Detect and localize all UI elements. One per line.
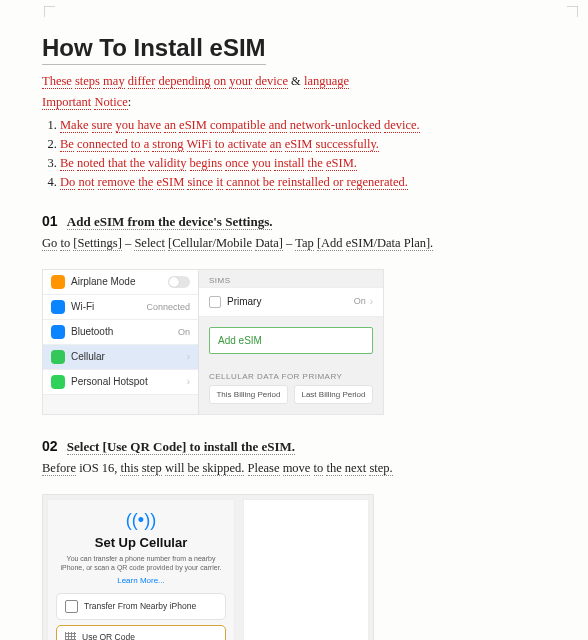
airplane-icon [51, 275, 65, 289]
sims-section-label: SIMs [199, 270, 383, 287]
intro-line: These steps may differ depending on your… [42, 71, 546, 92]
bluetooth-icon [51, 325, 65, 339]
chevron-right-icon: › [370, 296, 373, 308]
notice-item: Be connected to a strong WiFi to activat… [60, 137, 546, 152]
cellular-icon [51, 350, 65, 364]
screenshot-setup-cellular: ((•)) Set Up Cellular You can transfer a… [42, 494, 374, 640]
settings-row-bluetooth[interactable]: Bluetooth On [43, 320, 198, 345]
wifi-icon [51, 300, 65, 314]
hotspot-icon [51, 375, 65, 389]
screenshot-settings: Airplane Mode Wi-Fi Connected Bluetooth … [42, 269, 384, 415]
step2-heading: 02 Select [Use QR Code] to install the e… [42, 435, 546, 459]
step2-instruction: Before iOS 16, this step will be skipped… [42, 458, 546, 479]
chevron-right-icon: › [187, 376, 190, 387]
chevron-right-icon: › [187, 351, 190, 362]
setup-title: Set Up Cellular [56, 535, 226, 550]
settings-row-hotspot[interactable]: Personal Hotspot › [43, 370, 198, 395]
airplane-toggle[interactable] [168, 276, 190, 288]
notice-list: Make sure you have an eSIM compatible an… [42, 118, 546, 190]
use-qr-code-button[interactable]: Use QR Code [56, 625, 226, 640]
notice-item: Make sure you have an eSIM compatible an… [60, 118, 546, 133]
add-esim-button[interactable]: Add eSIM [209, 327, 373, 354]
important-notice-label: Important Notice: [42, 92, 546, 113]
step1-heading: 01 Add eSIM from the device's Settings. [42, 210, 546, 234]
tab-last-period[interactable]: Last Billing Period [294, 385, 373, 404]
learn-more-link[interactable]: Learn More... [56, 576, 226, 585]
notice-item: Be noted that the validity begins once y… [60, 156, 546, 171]
cellular-data-label: CELLULAR DATA FOR PRIMARY [199, 364, 383, 385]
phone-icon [65, 600, 78, 613]
notice-item: Do not remove the eSIM since it cannot b… [60, 175, 546, 190]
qr-code-icon [65, 632, 76, 640]
settings-row-wifi[interactable]: Wi-Fi Connected [43, 295, 198, 320]
sim-badge-icon [209, 296, 221, 308]
tab-this-period[interactable]: This Billing Period [209, 385, 288, 404]
settings-row-cellular[interactable]: Cellular › [43, 345, 198, 370]
transfer-button[interactable]: Transfer From Nearby iPhone [56, 593, 226, 620]
setup-description: You can transfer a phone number from a n… [56, 554, 226, 572]
sim-primary-row[interactable]: Primary On › [199, 287, 383, 317]
antenna-icon: ((•)) [56, 510, 226, 531]
step1-instruction: Go to [Settings] – Select [Cellular/Mobi… [42, 233, 546, 254]
settings-row-airplane[interactable]: Airplane Mode [43, 270, 198, 295]
page-title: How To Install eSIM [42, 34, 266, 65]
